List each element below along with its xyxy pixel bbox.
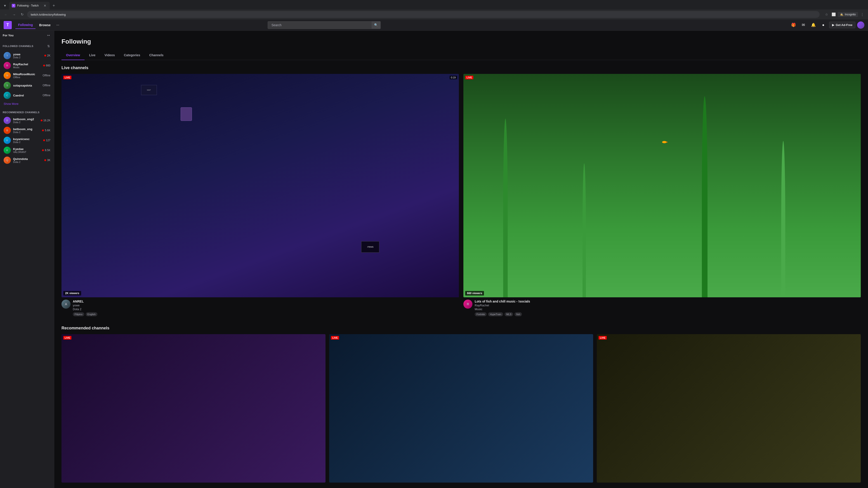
viewer-badge-yowe: 2K viewers <box>63 291 81 295</box>
channel-status-betboom-eng: 5.6K <box>42 129 51 132</box>
viewer-count-kyedae: 8.5K <box>45 149 51 152</box>
tab-categories[interactable]: Categories <box>119 51 145 60</box>
tab-live[interactable]: Live <box>85 51 100 60</box>
sidebar-channel-betboom-eng2[interactable]: B betboom_eng2 Dota 2 16.2K <box>1 116 53 125</box>
sidebar-channel-solapsapdota[interactable]: S solapsapdota Offline <box>1 80 53 90</box>
tag-hypetrain[interactable]: HypeTrain <box>488 312 503 316</box>
tag-fortnite[interactable]: Fortnite <box>475 312 487 316</box>
search-input[interactable] <box>268 21 381 29</box>
menu-button[interactable]: ⋮ <box>859 11 865 18</box>
rec-card-2[interactable]: LIVE <box>329 334 593 483</box>
tag-english[interactable]: English <box>86 312 97 316</box>
main-layout: For You ↦ FOLLOWED CHANNELS ⇅ Y yowe Dot… <box>0 31 868 488</box>
stream-card-rayrachel[interactable]: LIVE 660 viewers R Lots of fish and chil… <box>463 74 861 319</box>
tag-fish[interactable]: fish <box>515 312 522 316</box>
gifts-icon[interactable]: 🎁 <box>789 21 798 29</box>
channel-game-betboom-eng2: Dota 2 <box>13 121 38 124</box>
tab-overview[interactable]: Overview <box>61 51 85 60</box>
timer-badge-yowe: 0:19 <box>450 76 457 79</box>
content-tabs: Overview Live Videos Categories Channels <box>61 51 861 60</box>
plant-4 <box>781 141 785 297</box>
offline-status-solaps: Offline <box>43 84 51 87</box>
tag-filipino[interactable]: Filipino <box>73 312 84 316</box>
get-ad-free-button[interactable]: ▶ Get Ad-Free <box>829 22 855 28</box>
show-more-button[interactable]: Show More <box>1 100 53 107</box>
channel-name-caedrel: Caedrel <box>13 94 40 97</box>
notifications-icon[interactable]: 🔔 <box>809 21 817 29</box>
sidebar-channel-betboom-eng[interactable]: B betboom_eng Dota 2 5.6K <box>1 125 53 135</box>
stream-card-yowe[interactable]: MAP ITEMS LIVE 2K viewers 0:19 A ANREL y… <box>61 74 459 319</box>
sidebar-channel-yowe[interactable]: Y yowe Dota 2 2K <box>1 51 53 61</box>
twitch-logo[interactable]: T <box>4 21 12 29</box>
live-dot-kuyanicwxc <box>43 139 45 141</box>
sidebar-channel-kuyanicwxc[interactable]: K kuyanicwxc Dota 2 127 <box>1 135 53 145</box>
live-dot-quinndota <box>44 159 46 161</box>
channel-avatar-kuyanicwxc: K <box>4 137 11 144</box>
channel-avatar-betboom-eng2: B <box>4 117 11 124</box>
tag-mls[interactable]: MLS <box>504 312 513 316</box>
stream-channel-rayrachel: RayRachel <box>475 304 861 307</box>
tab-scroll-left[interactable]: ▼ <box>2 2 8 9</box>
channel-avatar-kyedae: K <box>4 147 11 154</box>
for-you-header: For You ↦ <box>0 31 54 40</box>
sort-channels-button[interactable]: ⇅ <box>46 43 51 49</box>
channel-status-kyedae: 8.5K <box>42 149 51 152</box>
back-button[interactable]: ← <box>3 11 9 18</box>
tab-channels[interactable]: Channels <box>145 51 168 60</box>
channel-game-kyedae: VALORANT <box>13 151 40 153</box>
incognito-button[interactable]: 🕵 Incognito <box>838 12 858 17</box>
top-nav: T Following Browse ⋯ 🔍 🎁 ✉ 🔔 ● ▶ Get Ad-… <box>0 20 868 31</box>
rec-card-1[interactable]: LIVE <box>61 334 326 483</box>
forward-button[interactable]: → <box>11 11 17 18</box>
for-you-label: For You <box>3 34 13 37</box>
search-button[interactable]: 🔍 <box>372 21 381 29</box>
rec-live-badge-2: LIVE <box>331 336 339 339</box>
user-avatar[interactable] <box>857 22 864 29</box>
active-tab[interactable]: T Following - Twitch ✕ <box>9 2 50 9</box>
new-tab-button[interactable]: + <box>51 2 57 9</box>
bookmark-star-icon[interactable]: ☆ <box>823 11 830 18</box>
reload-button[interactable]: ↻ <box>19 11 25 18</box>
address-input[interactable] <box>27 11 819 18</box>
prime-icon[interactable]: ● <box>819 21 827 29</box>
nav-browse-link[interactable]: Browse <box>36 22 53 29</box>
channel-info-betboom-eng: betboom_eng Dota 2 <box>13 127 40 133</box>
live-channels-grid: MAP ITEMS LIVE 2K viewers 0:19 A ANREL y… <box>61 74 861 319</box>
tab-videos[interactable]: Videos <box>100 51 119 60</box>
viewer-count-kuyanicwxc: 127 <box>46 139 51 142</box>
channel-status-mika: Offline <box>43 74 51 77</box>
sidebar-channel-mikarosemusic[interactable]: M MikaRoseMusic Offline Offline <box>1 70 53 80</box>
stream-info-rayrachel: R Lots of fish and chill music - !social… <box>463 297 861 319</box>
channel-status-solaps: Offline <box>43 84 51 87</box>
nav-links: Following Browse ⋯ <box>16 21 61 29</box>
search-bar: 🔍 <box>268 21 381 29</box>
channel-game-quinndota: Dota 2 <box>13 161 42 163</box>
collapse-sidebar-button[interactable]: ↦ <box>46 33 51 38</box>
live-badge-yowe: LIVE <box>63 76 71 79</box>
screen-cast-icon[interactable]: ⬜ <box>831 11 837 18</box>
channel-info-yowe: yowe Dota 2 <box>13 53 42 59</box>
incognito-icon: 🕵 <box>840 13 843 16</box>
channel-avatar-mika: M <box>4 72 11 79</box>
channel-avatar-quinndota: Q <box>4 157 11 164</box>
browser-actions: ☆ ⬜ 🕵 Incognito ⋮ <box>823 11 865 18</box>
nav-following-link[interactable]: Following <box>16 21 35 29</box>
sidebar-channel-kyedae[interactable]: K Kyedae VALORANT 8.5K <box>1 145 53 155</box>
followed-channels-actions: ⇅ <box>46 43 51 49</box>
tab-close-button[interactable]: ✕ <box>43 4 47 8</box>
sidebar-channel-caedrel[interactable]: C Caedrel Offline <box>1 90 53 100</box>
sidebar-channel-rayrachel[interactable]: R RayRachel Music 660 <box>1 61 53 70</box>
channel-name-solaps: solapsapdota <box>13 84 40 87</box>
rec-card-3[interactable]: LIVE <box>597 334 861 483</box>
sidebar-channel-quinndota[interactable]: Q Quinndota Dota 2 3K <box>1 155 53 165</box>
recommended-channels-label: RECOMMENDED CHANNELS <box>3 111 39 113</box>
messages-icon[interactable]: ✉ <box>799 21 807 29</box>
stream-info-yowe: A ANREL yowe Dota 2 Filipino English <box>61 297 459 319</box>
channel-avatar-rayrachel: R <box>4 62 11 69</box>
followed-channels-label: FOLLOWED CHANNELS <box>3 45 33 47</box>
fish-element <box>662 141 666 143</box>
nav-more-button[interactable]: ⋯ <box>54 22 61 29</box>
plant-1 <box>503 119 508 297</box>
live-dot-rayrachel <box>43 65 45 66</box>
channel-game-mika: Offline <box>13 76 40 78</box>
